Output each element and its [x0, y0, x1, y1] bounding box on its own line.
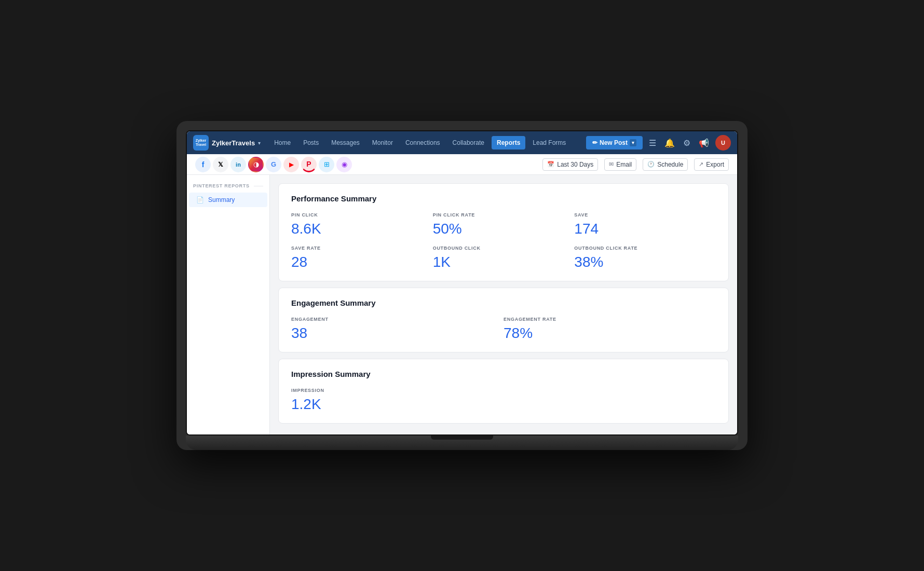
- social-facebook-icon[interactable]: f: [195, 157, 211, 172]
- metric-engagement-value: 38: [291, 325, 504, 342]
- nav-item-monitor[interactable]: Monitor: [367, 136, 398, 149]
- social-microsoft-icon[interactable]: ⊞: [319, 157, 334, 172]
- nav-actions: ✏ New Post ▾ ☰ 🔔 ⚙ 📢 U: [586, 135, 731, 151]
- nav-item-home[interactable]: Home: [269, 136, 296, 149]
- laptop-frame: Zylker Travel ZylkerTravels ▾ Home Posts…: [176, 121, 748, 450]
- main-layout: PINTEREST REPORTS 📄 Summary Performance …: [187, 175, 737, 434]
- sidebar-item-summary[interactable]: 📄 Summary: [189, 193, 267, 207]
- menu-icon[interactable]: ☰: [647, 136, 658, 150]
- metric-pin-click-label: PIN CLICK: [291, 212, 433, 217]
- metric-save-label: SAVE: [574, 212, 716, 217]
- email-icon: ✉: [609, 161, 614, 168]
- sidebar-section-label: PINTEREST REPORTS: [187, 183, 269, 193]
- performance-metrics-grid: PIN CLICK 8.6K PIN CLICK RATE 50% SAVE 1…: [291, 212, 716, 270]
- performance-summary-title: Performance Summary: [291, 194, 716, 203]
- metric-impression-value: 1.2K: [291, 396, 716, 413]
- impression-summary-title: Impression Summary: [291, 370, 716, 378]
- export-button[interactable]: ↗ Export: [694, 158, 729, 171]
- social-instagram-icon[interactable]: ◑: [248, 157, 264, 172]
- nav-item-messages[interactable]: Messages: [326, 136, 365, 149]
- nav-item-reports[interactable]: Reports: [492, 136, 525, 149]
- notification-icon[interactable]: 🔔: [662, 136, 677, 150]
- last-30-days-label: Last 30 Days: [557, 161, 593, 168]
- email-label: Email: [616, 161, 632, 168]
- brand-chevron-icon: ▾: [258, 140, 261, 146]
- brand[interactable]: Zylker Travel ZylkerTravels ▾: [193, 135, 261, 151]
- content-area: Performance Summary PIN CLICK 8.6K PIN C…: [270, 175, 737, 434]
- metric-engagement: ENGAGEMENT 38: [291, 317, 504, 342]
- metric-save: SAVE 174: [574, 212, 716, 237]
- metric-outbound-click-label: OUTBOUND CLICK: [433, 246, 575, 251]
- metric-engagement-label: ENGAGEMENT: [291, 317, 504, 322]
- metric-engagement-rate: ENGAGEMENT RATE 78%: [504, 317, 716, 342]
- social-twitter-icon[interactable]: 𝕏: [213, 157, 228, 172]
- impression-metrics-grid: IMPRESSION 1.2K: [291, 388, 716, 413]
- new-post-button[interactable]: ✏ New Post ▾: [586, 136, 643, 149]
- megaphone-icon[interactable]: 📢: [697, 136, 711, 150]
- social-pinterest-icon[interactable]: P: [301, 157, 317, 172]
- schedule-button[interactable]: 🕐 Schedule: [643, 158, 688, 171]
- email-button[interactable]: ✉ Email: [604, 158, 636, 171]
- social-youtube-icon[interactable]: ▶: [283, 157, 299, 172]
- social-linkedin-icon[interactable]: in: [230, 157, 246, 172]
- social-google-icon[interactable]: G: [266, 157, 281, 172]
- metric-impression-label: IMPRESSION: [291, 388, 716, 393]
- top-nav: Zylker Travel ZylkerTravels ▾ Home Posts…: [187, 131, 737, 154]
- last-30-days-button[interactable]: 📅 Last 30 Days: [542, 158, 598, 171]
- metric-outbound-click-value: 1K: [433, 254, 575, 270]
- clock-icon: 🕐: [647, 161, 655, 168]
- metric-pin-click: PIN CLICK 8.6K: [291, 212, 433, 237]
- social-extra-icon[interactable]: ◉: [336, 157, 352, 172]
- metric-pin-click-rate: PIN CLICK RATE 50%: [433, 212, 575, 237]
- settings-icon[interactable]: ⚙: [681, 136, 692, 150]
- metric-outbound-click-rate-value: 38%: [574, 254, 716, 270]
- metric-impression: IMPRESSION 1.2K: [291, 388, 716, 413]
- sidebar-item-label: Summary: [208, 196, 235, 203]
- metric-save-rate: SAVE RATE 28: [291, 246, 433, 270]
- metric-engagement-rate-label: ENGAGEMENT RATE: [504, 317, 716, 322]
- metric-outbound-click-rate-label: OUTBOUND CLICK RATE: [574, 246, 716, 251]
- engagement-summary-title: Engagement Summary: [291, 298, 716, 307]
- bar-actions: 📅 Last 30 Days ✉ Email 🕐 Schedule ↗ Expo…: [542, 158, 729, 171]
- brand-logo: Zylker Travel: [193, 135, 209, 151]
- export-label: Export: [706, 161, 724, 168]
- impression-summary-card: Impression Summary IMPRESSION 1.2K: [278, 359, 729, 424]
- metric-outbound-click-rate: OUTBOUND CLICK RATE 38%: [574, 246, 716, 270]
- engagement-metrics-grid: ENGAGEMENT 38 ENGAGEMENT RATE 78%: [291, 317, 716, 342]
- new-post-label: New Post: [600, 139, 628, 146]
- brand-name: ZylkerTravels: [212, 139, 255, 147]
- metric-pin-click-value: 8.6K: [291, 221, 433, 237]
- metric-save-rate-value: 28: [291, 254, 433, 270]
- laptop-base: [186, 436, 738, 450]
- metric-outbound-click: OUTBOUND CLICK 1K: [433, 246, 575, 270]
- export-icon: ↗: [699, 161, 703, 168]
- metric-pin-click-rate-value: 50%: [433, 221, 575, 237]
- avatar[interactable]: U: [715, 135, 731, 151]
- nav-item-collaborate[interactable]: Collaborate: [447, 136, 490, 149]
- sidebar: PINTEREST REPORTS 📄 Summary: [187, 175, 270, 434]
- nav-item-connections[interactable]: Connections: [400, 136, 445, 149]
- performance-summary-card: Performance Summary PIN CLICK 8.6K PIN C…: [278, 183, 729, 281]
- metric-save-value: 174: [574, 221, 716, 237]
- social-bar: f 𝕏 in ◑ G ▶ P ⊞ ◉: [187, 154, 737, 175]
- engagement-summary-card: Engagement Summary ENGAGEMENT 38 ENGAGEM…: [278, 288, 729, 352]
- nav-item-posts[interactable]: Posts: [298, 136, 324, 149]
- metric-save-rate-label: SAVE RATE: [291, 246, 433, 251]
- new-post-icon: ✏: [592, 139, 597, 146]
- schedule-label: Schedule: [657, 161, 683, 168]
- metric-engagement-rate-value: 78%: [504, 325, 716, 342]
- calendar-icon: 📅: [547, 161, 554, 168]
- summary-icon: 📄: [196, 196, 204, 203]
- nav-item-lead-forms[interactable]: Lead Forms: [527, 136, 571, 149]
- new-post-dropdown-icon[interactable]: ▾: [630, 139, 636, 146]
- laptop-screen: Zylker Travel ZylkerTravels ▾ Home Posts…: [186, 130, 738, 436]
- metric-pin-click-rate-label: PIN CLICK RATE: [433, 212, 575, 217]
